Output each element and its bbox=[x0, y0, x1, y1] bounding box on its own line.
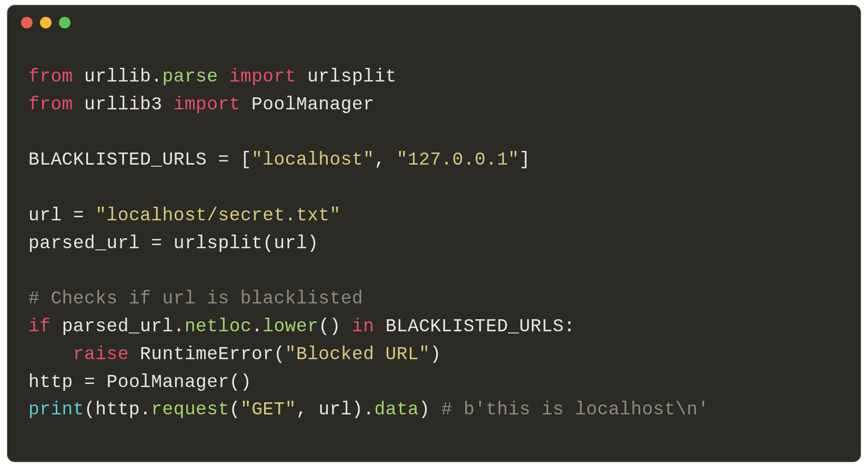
code-token: [ bbox=[240, 149, 251, 170]
code-token: = bbox=[84, 372, 95, 392]
code-token: , bbox=[374, 149, 396, 170]
code-token: in bbox=[352, 316, 386, 337]
code-token: parsed_url bbox=[62, 316, 174, 337]
code-block: from urllib.parse import urlsplit from u… bbox=[28, 63, 840, 424]
code-token: BLACKLISTED_URLS bbox=[28, 149, 218, 170]
code-token: "localhost/secret.txt" bbox=[95, 205, 340, 226]
code-token: import bbox=[162, 94, 251, 115]
code-token: data bbox=[374, 399, 419, 420]
code-token: from bbox=[28, 66, 84, 87]
code-token: PoolManager bbox=[251, 94, 374, 115]
code-token: request bbox=[151, 399, 229, 420]
code-token: . bbox=[363, 399, 374, 420]
code-token: PoolManager bbox=[106, 372, 229, 392]
close-icon[interactable] bbox=[21, 17, 33, 28]
code-token: ( bbox=[274, 344, 285, 364]
code-token: urllib3 bbox=[84, 94, 162, 115]
code-token: ) bbox=[307, 233, 318, 253]
code-token: . bbox=[140, 399, 151, 420]
code-token: , bbox=[296, 399, 318, 420]
code-token bbox=[229, 149, 240, 170]
code-token: "Blocked URL" bbox=[285, 344, 430, 364]
code-token: # Checks if url is blacklisted bbox=[28, 288, 363, 309]
code-token: url bbox=[28, 205, 73, 226]
code-token bbox=[28, 344, 73, 364]
code-token: "GET" bbox=[240, 399, 296, 420]
code-token bbox=[95, 372, 106, 392]
code-token bbox=[84, 205, 95, 226]
code-token: netloc bbox=[185, 316, 251, 337]
code-token: ) bbox=[419, 399, 441, 420]
code-token: print bbox=[28, 399, 84, 420]
code-token: parsed_url bbox=[28, 233, 151, 253]
code-token: BLACKLISTED_URLS bbox=[386, 316, 564, 337]
code-token: . bbox=[251, 316, 263, 337]
code-token: if bbox=[28, 316, 62, 337]
code-token: parse bbox=[162, 66, 218, 87]
window-traffic-lights bbox=[21, 17, 70, 28]
code-token: ] bbox=[519, 149, 530, 170]
code-token: urlsplit bbox=[174, 233, 263, 253]
code-token: ( bbox=[84, 399, 95, 420]
code-token: http bbox=[28, 372, 84, 392]
code-token: () bbox=[229, 372, 251, 392]
code-token: url bbox=[274, 233, 308, 253]
code-token: from bbox=[28, 94, 84, 115]
code-token: urllib bbox=[84, 66, 151, 87]
code-token: "127.0.0.1" bbox=[397, 149, 519, 170]
code-token: raise bbox=[73, 344, 140, 364]
code-token: import bbox=[218, 66, 308, 87]
code-window: from urllib.parse import urlsplit from u… bbox=[7, 5, 861, 462]
code-token: RuntimeError bbox=[140, 344, 274, 364]
code-token: http bbox=[95, 399, 140, 420]
code-token: = bbox=[218, 149, 229, 170]
code-token: : bbox=[564, 316, 575, 337]
code-token: lower bbox=[263, 316, 318, 337]
code-token: = bbox=[151, 233, 162, 253]
code-token: urlsplit bbox=[307, 66, 397, 87]
minimize-icon[interactable] bbox=[40, 17, 52, 28]
code-token: . bbox=[174, 316, 185, 337]
code-token: ( bbox=[263, 233, 274, 253]
code-token: = bbox=[73, 205, 84, 226]
code-token: ) bbox=[430, 344, 441, 364]
code-token: . bbox=[151, 66, 162, 87]
code-token: ) bbox=[352, 399, 363, 420]
code-token: "localhost" bbox=[251, 149, 374, 170]
code-token: () bbox=[318, 316, 352, 337]
zoom-icon[interactable] bbox=[59, 17, 70, 28]
code-token: ( bbox=[229, 399, 240, 420]
code-token: url bbox=[318, 399, 352, 420]
code-token bbox=[162, 233, 173, 253]
code-token: # b'this is localhost\n' bbox=[441, 399, 709, 420]
